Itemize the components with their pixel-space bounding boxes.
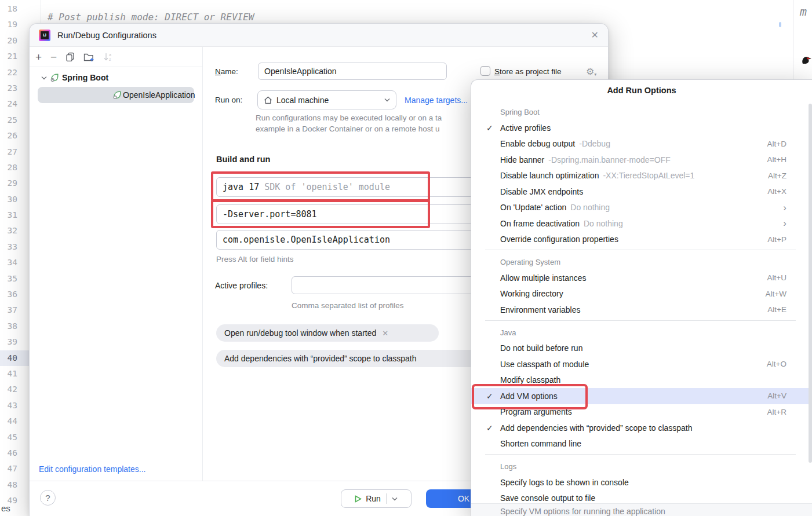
menu-item-specify-logs-to-be-shown-in-console[interactable]: Specify logs to be shown in console [471, 474, 812, 491]
help-button[interactable]: ? [40, 490, 56, 506]
chevron-down-icon[interactable] [392, 497, 398, 501]
menu-item-do-not-build-before-run[interactable]: Do not build before run [471, 341, 812, 357]
home-icon [264, 96, 272, 104]
menu-item-label: Program arguments [500, 407, 572, 416]
menu-item-label: Override configuration properties [500, 235, 618, 244]
menu-item-label: Use classpath of module [500, 360, 589, 369]
tag-label: Add dependencies with “provided” scope t… [224, 354, 417, 363]
tag-close-icon[interactable]: ✕ [382, 329, 388, 338]
active-profiles-label: Active profiles: [215, 276, 268, 294]
menu-item-add-vm-options[interactable]: ✓Add VM optionsAlt+V [471, 388, 812, 404]
button-divider [386, 493, 387, 504]
menu-item-shortcut: Alt+W [766, 290, 786, 298]
menu-item-override-configuration-properties[interactable]: Override configuration propertiesAlt+P [471, 232, 812, 248]
menu-section-logs: Logs [471, 459, 812, 474]
menu-item-label: Working directory [500, 289, 563, 298]
menu-item-label: Enable debug output [500, 139, 575, 148]
menu-item-on-frame-deactivation[interactable]: On frame deactivationDo nothing› [471, 215, 812, 232]
name-input[interactable] [258, 63, 447, 80]
menu-item-shortcut: Alt+X [767, 187, 786, 196]
menu-item-modify-classpath[interactable]: Modify classpath [471, 372, 812, 389]
jre-hint: SDK of 'openisle' module [264, 182, 390, 192]
menu-item-shortcut: Alt+E [767, 305, 786, 314]
run-on-hint-line2: example in a Docker Container or on a re… [256, 125, 439, 133]
submenu-arrow-icon: › [783, 203, 786, 213]
menu-item-shortcut: Alt+U [767, 273, 786, 282]
menu-item-shortcut: Alt+R [767, 408, 786, 416]
run-button[interactable]: Run [341, 489, 412, 508]
editor-right-text: m [800, 5, 807, 19]
tag-open-tool-window[interactable]: Open run/debug tool window when started … [216, 324, 439, 342]
chevron-down-icon [384, 98, 390, 102]
play-icon [355, 495, 362, 503]
store-as-project-file-checkbox[interactable] [480, 66, 490, 76]
main-class-value: com.openisle.OpenIsleApplication [223, 235, 390, 245]
gear-icon[interactable]: ⚙▾ [586, 66, 596, 77]
menu-item-hint: Do nothing [584, 219, 623, 228]
main-class-field[interactable]: com.openisle.OpenIsleApplication [216, 230, 476, 250]
menu-item-shortcut: Alt+P [767, 235, 786, 244]
jre-value: java 17 [223, 182, 259, 192]
menu-item-shortcut: Alt+H [767, 155, 786, 164]
submenu-arrow-icon: › [783, 218, 786, 228]
popup-scrollbar[interactable] [809, 104, 812, 463]
tag-label: Open run/debug tool window when started [224, 328, 376, 338]
menu-item-label: Add dependencies with “provided” scope t… [500, 423, 693, 433]
menu-item-hint: -Dspring.main.banner-mode=OFF [548, 155, 670, 164]
menu-item-label: Active profiles [500, 123, 551, 133]
run-on-value: Local machine [276, 96, 329, 105]
tag-add-dependencies[interactable]: Add dependencies with “provided” scope t… [216, 350, 489, 367]
menu-item-shortcut: Alt+V [767, 391, 786, 400]
run-on-label: Run on: [215, 90, 242, 109]
menu-item-label: Allow multiple instances [500, 273, 587, 283]
menu-section-operating-system: Operating System [471, 254, 812, 270]
menu-item-disable-jmx-endpoints[interactable]: Disable JMX endpointsAlt+X [471, 184, 812, 200]
build-and-run-label: Build and run [216, 155, 270, 164]
jre-field[interactable]: java 17 SDK of 'openisle' module [216, 177, 476, 197]
popup-status-hint: Specify VM options for running the appli… [471, 503, 812, 516]
screen: 1819202122232425262728293031323334353637… [0, 0, 812, 516]
menu-item-active-profiles[interactable]: ✓Active profiles [471, 120, 812, 136]
menu-item-working-directory[interactable]: Working directoryAlt+W [471, 286, 812, 302]
menu-separator [485, 454, 796, 455]
store-as-project-file-label: Store as project file [494, 63, 562, 80]
menu-item-hint: -XX:TieredStopAtLevel=1 [603, 171, 694, 180]
menu-section-spring-boot: Spring Boot [471, 104, 812, 120]
menu-item-program-arguments[interactable]: Program argumentsAlt+R [471, 404, 812, 420]
checkmark-icon: ✓ [486, 391, 493, 401]
menu-item-enable-debug-output[interactable]: Enable debug output-DdebugAlt+D [471, 136, 812, 152]
menu-item-label: Add VM options [500, 391, 558, 401]
menu-item-label: Specify logs to be shown in console [500, 478, 629, 487]
menu-separator [485, 320, 796, 321]
menu-item-use-classpath-of-module[interactable]: Use classpath of moduleAlt+O [471, 356, 812, 372]
manage-targets-link[interactable]: Manage targets... [405, 90, 468, 109]
menu-item-hint: Do nothing [570, 203, 610, 212]
run-on-hint-line1: Run configurations may be executed local… [256, 114, 442, 122]
vm-options-field[interactable]: -Dserver.port=8081 [216, 204, 476, 224]
menu-item-allow-multiple-instances[interactable]: Allow multiple instancesAlt+U [471, 270, 812, 286]
menu-item-shortcut: Alt+D [767, 140, 786, 148]
checkmark-icon: ✓ [486, 423, 493, 433]
profiles-hint: Comma separated list of profiles [292, 301, 404, 310]
name-label: Name: [215, 63, 238, 80]
menu-item-label: Modify classpath [500, 375, 560, 385]
menu-item-label: Do not build before run [500, 343, 582, 353]
line-number: 18 [0, 1, 41, 17]
editor-corner-text: es [1, 503, 10, 513]
menu-item-on-update-action[interactable]: On 'Update' actionDo nothing› [471, 200, 812, 216]
vm-options-value: -Dserver.port=8081 [223, 209, 317, 219]
checkmark-icon: ✓ [486, 123, 493, 133]
menu-item-hint: -Ddebug [579, 139, 610, 148]
menu-item-disable-launch-optimization[interactable]: Disable launch optimization-XX:TieredSto… [471, 168, 812, 184]
menu-item-shortcut: Alt+O [767, 360, 786, 368]
menu-item-shorten-command-line[interactable]: Shorten command line [471, 436, 812, 452]
menu-item-label: Save console output to file [500, 493, 595, 503]
menu-item-label: On 'Update' action [500, 203, 566, 212]
run-on-select[interactable]: Local machine [257, 90, 396, 109]
menu-item-add-dependencies-with-provided-scope-to-classpath[interactable]: ✓Add dependencies with “provided” scope … [471, 420, 812, 436]
menu-item-hide-banner[interactable]: Hide banner-Dspring.main.banner-mode=OFF… [471, 152, 812, 168]
popup-title: Add Run Options [471, 80, 812, 95]
menu-item-environment-variables[interactable]: Environment variablesAlt+E [471, 302, 812, 318]
run-button-label: Run [366, 494, 381, 503]
add-run-options-popup: Add Run Options Spring Boot✓Active profi… [471, 79, 812, 516]
